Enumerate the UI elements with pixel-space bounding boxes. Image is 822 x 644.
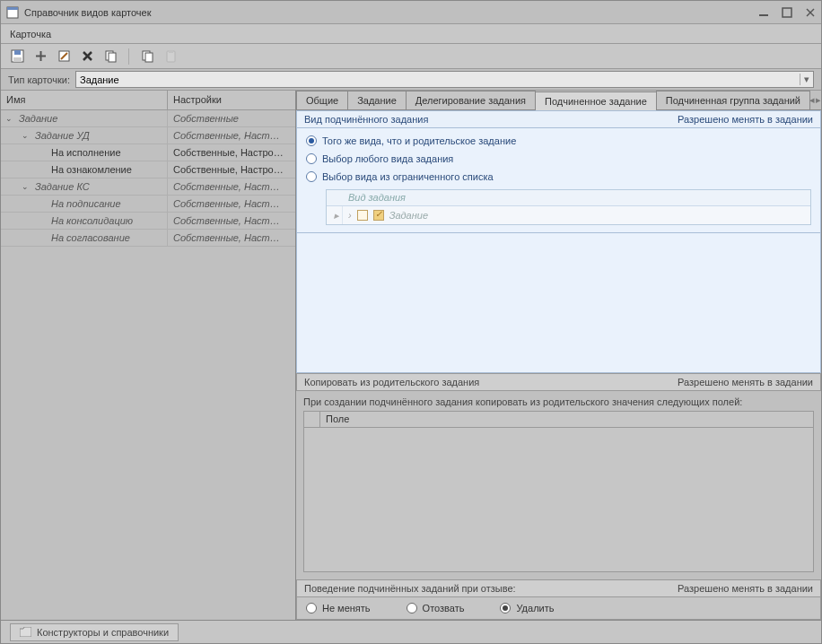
tree-header-name[interactable]: Имя [1,91,168,109]
copy-icon[interactable] [103,49,118,64]
radio-label: Выбор любого вида задания [322,153,453,164]
menu-card[interactable]: Карточка [10,29,51,39]
svg-rect-20 [169,50,173,53]
tab[interactable]: Общие [296,91,348,109]
footer-tab-constructors[interactable]: Конструкторы и справочники [10,623,179,641]
radio-icon[interactable] [407,603,417,614]
tree-header-settings[interactable]: Настройки [168,91,295,109]
edit-icon[interactable] [57,49,71,64]
card-type-value: Задание [80,74,119,85]
menubar: Карточка [1,24,821,44]
toolbar-separator [128,48,129,65]
window-title: Справочник видов карточек [24,7,758,18]
copy2-icon[interactable] [140,49,154,64]
add-icon[interactable] [33,49,48,64]
row-checkbox[interactable] [357,210,368,221]
tree-row-settings: Собственные [168,113,295,124]
tree-row-name: Задание УД [33,130,90,141]
row-checkbox-checked[interactable] [373,210,384,221]
field-table[interactable]: Поле [303,411,814,572]
tree-row-settings: Собственные, Наст… [168,215,295,226]
behavior-allow: Разрешено менять в задании [678,583,813,594]
radio-icon[interactable] [500,603,511,614]
radio-same-as-parent[interactable]: Того же вида, что и родительское задание [306,135,811,146]
main-body: Имя Настройки ⌄ЗаданиеСобственные⌄Задани… [1,91,821,620]
tab-bar: ОбщиеЗаданиеДелегирование заданияПодчине… [296,91,821,110]
tree-row[interactable]: ⌄Задание УДСобственные, Наст… [1,127,295,144]
app-window: Справочник видов карточек Карточка Тип к… [0,0,822,644]
behavior-options: Не менятьОтозватьУдалить [297,597,820,619]
window-buttons [758,7,816,18]
tree-body[interactable]: ⌄ЗаданиеСобственные⌄Задание УДСобственны… [1,110,295,620]
tree-row[interactable]: На исполнениеСобственные, Настро… [1,144,295,161]
details-panel: ОбщиеЗаданиеДелегирование заданияПодчине… [296,91,821,620]
copy-description: При создании подчинённого задания копиро… [296,391,821,411]
radio-icon[interactable] [306,135,317,146]
field-table-col-field[interactable]: Поле [320,412,813,427]
svg-rect-7 [14,50,21,55]
tree-row[interactable]: На ознакомлениеСобственные, Настро… [1,161,295,178]
card-type-row: Тип карточки: Задание ▾ [1,69,821,91]
svg-rect-1 [7,7,18,10]
delete-icon[interactable] [80,49,94,64]
minimize-button[interactable] [758,7,769,18]
tree-row[interactable]: ⌄ЗаданиеСобственные [1,110,295,127]
card-type-select[interactable]: Задание ▾ [75,71,814,88]
expander-icon[interactable]: ⌄ [1,114,17,123]
dropdown-icon[interactable]: ▾ [800,74,809,85]
tree-row-settings: Собственные, Наст… [168,181,295,192]
tab[interactable]: Задание [347,91,407,109]
save-icon[interactable] [10,49,24,64]
tree-row-name: На исполнение [49,147,121,158]
tree-row-name: На консолидацию [49,215,133,226]
tree-row-name: На ознакомление [49,164,132,175]
subtask-type-allow: Разрешено менять в задании [678,114,813,125]
tree-row-settings: Собственные, Наст… [168,198,295,209]
app-icon [6,6,19,19]
behavior-option-label: Не менять [322,603,371,614]
card-type-label: Тип карточки: [8,74,70,85]
svg-rect-2 [759,14,768,16]
field-table-header: Поле [304,412,813,428]
kind-subtable-header: Вид задания [327,190,810,206]
row-indicator-icon: ▸ [330,206,343,224]
titlebar: Справочник видов карточек [1,1,821,24]
radio-restricted-list[interactable]: Выбор вида из ограниченного списка [306,171,811,182]
copy-header: Копировать из родительского задания Разр… [296,373,821,391]
close-button[interactable] [805,7,816,18]
kind-subtable-row[interactable]: ▸ › Задание [327,206,810,224]
subtask-type-header: Вид подчинённого задания Разрешено менят… [296,110,821,128]
behavior-option[interactable]: Не менять [306,603,371,614]
footer-tab-label: Конструкторы и справочники [37,627,169,638]
tab[interactable]: Подчиненная группа заданий [656,91,810,109]
behavior-option[interactable]: Отозвать [407,603,465,614]
expander-icon[interactable]: ⌄ [17,182,33,191]
tree-header: Имя Настройки [1,91,295,110]
radio-icon[interactable] [306,171,317,182]
behavior-option[interactable]: Удалить [500,603,554,614]
copy-allow: Разрешено менять в задании [678,377,813,387]
tree-row-settings: Собственные, Наст… [168,232,295,243]
expander-icon[interactable]: ⌄ [17,131,33,140]
svg-rect-8 [13,57,22,62]
expand-icon[interactable]: › [348,210,352,221]
radio-icon[interactable] [306,153,317,164]
tab[interactable]: Подчиненное задание [535,91,657,110]
tree-row[interactable]: На консолидациюСобственные, Наст… [1,213,295,230]
kind-subtable: Вид задания ▸ › Задание [326,189,811,225]
tree-row-name: Задание КС [33,181,90,192]
paste-icon [163,49,178,64]
radio-icon[interactable] [306,603,317,614]
maximize-button[interactable] [782,7,792,18]
kind-subtable-value: Задание [389,210,428,221]
tab-scroll-right-icon[interactable]: ▸ [816,91,822,109]
tree-row[interactable]: На подписаниеСобственные, Наст… [1,196,295,213]
tab-content: Вид подчинённого задания Разрешено менят… [296,110,821,620]
behavior-title: Поведение подчинённых заданий при отзыве… [304,583,516,594]
tree-row[interactable]: На согласованиеСобственные, Наст… [1,230,295,247]
tree-panel: Имя Настройки ⌄ЗаданиеСобственные⌄Задани… [1,91,296,620]
tree-row[interactable]: ⌄Задание КССобственные, Наст… [1,178,295,196]
radio-any-kind[interactable]: Выбор любого вида задания [306,153,811,164]
tab[interactable]: Делегирование задания [406,91,536,109]
folder-icon [20,627,31,637]
